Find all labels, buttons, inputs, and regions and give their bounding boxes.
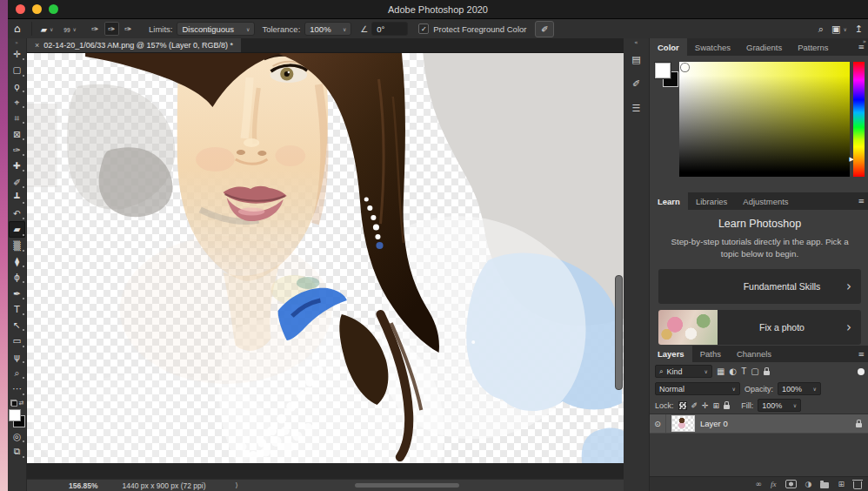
lock-artboard-icon[interactable]: ⊞ [713,401,720,410]
object-selection-tool[interactable]: ⌖ [9,94,25,110]
brush-tool[interactable]: ✐ [9,173,25,189]
smart-object-filter-icon[interactable] [764,371,770,375]
share-icon[interactable]: ↥ [855,24,863,35]
path-selection-tool[interactable]: ↖ [9,317,25,333]
lock-paint-icon[interactable]: ✐ [691,401,698,410]
sampling-continuous-icon[interactable]: ✑ [88,22,103,36]
history-brush-tool[interactable]: ↶ [9,205,25,221]
zoom-tool[interactable]: ⌕ [9,365,25,380]
expand-dock-icon[interactable]: » [863,38,866,45]
image-filter-icon[interactable]: ▦ [717,367,724,376]
hue-slider-marker[interactable]: ▶ [850,157,854,163]
tab-channels[interactable]: Channels [729,346,779,362]
tab-learn[interactable]: Learn [650,192,688,210]
swap-colors-icon[interactable]: ⇄ [19,400,24,407]
lock-transparency-icon[interactable] [678,401,687,410]
foreground-background-swatches[interactable] [9,409,26,427]
layer-style-icon[interactable]: fx [771,480,777,488]
tab-libraries[interactable]: Libraries [688,192,735,210]
tab-gradients[interactable]: Gradients [738,38,790,56]
workspace-switcher[interactable]: ▣ ∨ [831,24,847,35]
screen-mode-button[interactable]: ⧉ [9,444,25,460]
foreground-color-swatch[interactable] [9,409,21,421]
foreground-color-swatch[interactable] [655,63,671,78]
lasso-tool[interactable]: ϙ [9,78,25,94]
type-filter-icon[interactable]: T [741,367,746,376]
panel-fg-bg-swatches[interactable] [655,63,681,91]
saturation-brightness-field[interactable] [679,62,850,177]
spot-healing-brush-tool[interactable]: ✚ [9,158,25,173]
panel-menu-icon[interactable]: ≡ [858,198,865,205]
adjustment-layer-icon[interactable]: ◑ [805,480,812,488]
add-layer-mask-icon[interactable] [785,480,797,488]
angle-input[interactable]: 0° [371,22,408,36]
pen-pressure-icon[interactable]: ✐ [535,21,554,37]
horizontal-scrollbar[interactable] [355,483,459,488]
brush-size-picker[interactable]: 99 ∨ [63,24,77,34]
properties-panel-icon[interactable]: ▤ [627,50,646,68]
hue-slider[interactable] [853,62,865,177]
layer-thumbnail[interactable] [672,416,694,431]
hand-tool[interactable]: ψ [9,349,25,365]
adjustment-filter-icon[interactable]: ◐ [729,367,737,376]
blend-mode-dropdown[interactable]: Normal ∨ [655,382,740,395]
document-tab[interactable]: × 02-14-20_1/06/33 AM.png @ 157% (Layer … [27,38,241,52]
tab-color[interactable]: Color [650,38,687,56]
eyedropper-tool[interactable]: ✑ [9,142,25,158]
new-group-icon[interactable] [820,482,829,488]
rectangular-marquee-tool[interactable]: ▢ [9,62,25,77]
tool-preset-picker[interactable]: ▰ ∨ [41,24,54,34]
zoom-level-field[interactable]: 156.85% [69,481,98,490]
edit-toolbar-button[interactable]: ⋯ [9,380,25,396]
tutorial-card-fix-a-photo[interactable]: Fix a photo › [658,310,861,345]
type-tool[interactable]: T [9,301,25,317]
link-layers-icon[interactable]: ∞ [756,480,763,488]
panel-menu-icon[interactable]: ≡ [858,352,865,358]
tutorial-card-fundamental-skills[interactable]: Fundamental Skills › [658,269,861,304]
canvas-image[interactable] [27,53,624,463]
tab-swatches[interactable]: Swatches [687,38,738,56]
background-eraser-tool[interactable]: ▰ [9,221,25,237]
collapse-panels-icon[interactable]: « [634,38,638,48]
brush-settings-panel-icon[interactable]: ✐ [627,75,646,92]
default-colors-icon[interactable] [10,400,17,407]
lock-position-icon[interactable]: ✛ [702,401,709,410]
tolerance-dropdown[interactable]: 100% ∨ [304,22,351,36]
home-icon[interactable]: ⌂ [14,23,21,35]
clone-stamp-tool[interactable]: ┻ [9,190,25,205]
move-tool[interactable]: ✛ [9,46,25,62]
frame-tool[interactable]: ⊠ [9,125,25,141]
search-icon[interactable]: ⌕ [818,24,824,35]
sliders-panel-icon[interactable]: ☰ [627,99,646,117]
opacity-dropdown[interactable]: 100% ∨ [778,382,821,395]
crop-tool[interactable]: ⌗ [9,110,25,125]
tab-patterns[interactable]: Patterns [790,38,836,56]
gradient-tool[interactable]: ▒ [9,238,25,253]
vertical-scrollbar[interactable] [615,275,623,390]
fill-dropdown[interactable]: 100% ∨ [758,399,801,412]
shape-filter-icon[interactable]: ▢ [751,367,758,376]
sampling-background-swatch-icon[interactable]: ✑ [121,22,136,36]
pen-tool[interactable]: ✒ [9,285,25,300]
new-layer-icon[interactable]: ⊞ [838,480,845,488]
limits-dropdown[interactable]: Discontiguous ∨ [177,22,255,36]
tab-layers[interactable]: Layers [650,346,692,362]
layer-row-layer-0[interactable]: ⊙ Layer 0 [650,414,868,434]
status-chevron-icon[interactable]: ⟩ [236,481,238,489]
toolbar-expand-icon[interactable]: » [15,38,19,46]
blur-tool[interactable]: ⧫ [9,253,25,269]
close-tab-icon[interactable]: × [35,41,39,50]
quick-mask-button[interactable]: ◎ [9,428,25,444]
shape-tool[interactable]: ▭ [9,333,25,348]
layer-visibility-icon[interactable]: ⊙ [650,414,666,433]
tab-paths[interactable]: Paths [692,346,729,362]
lock-all-icon[interactable] [724,405,730,409]
tab-adjustments[interactable]: Adjustments [735,192,796,210]
dodge-tool[interactable]: ϕ [9,269,25,285]
panel-menu-icon[interactable]: ≡ [858,44,865,50]
layer-name[interactable]: Layer 0 [700,419,856,428]
delete-layer-icon[interactable] [853,481,862,489]
protect-foreground-checkbox[interactable]: ✓ Protect Foreground Color [418,24,526,34]
filter-toggle-icon[interactable] [858,368,865,375]
filter-kind-dropdown[interactable]: ⌕ Kind ∨ [655,365,712,378]
